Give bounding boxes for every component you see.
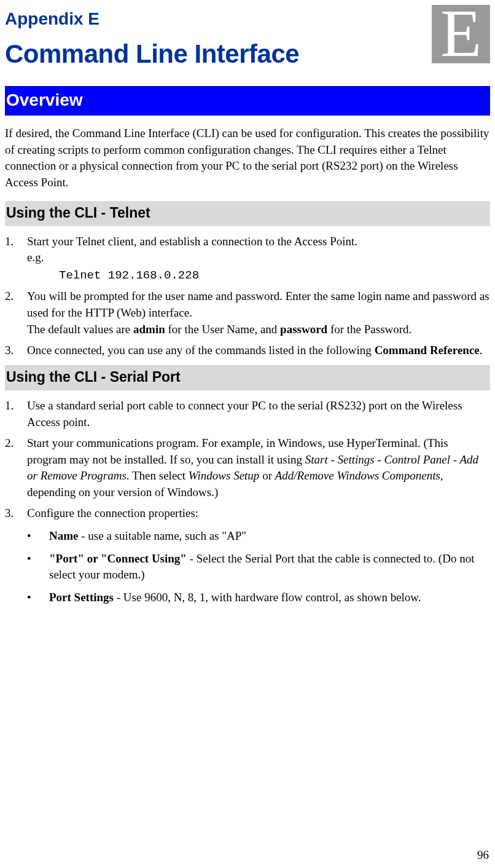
list-item: Once connected, you can use any of the c… [5,342,490,359]
telnet-step2-b-post: for the Password. [327,323,411,336]
serial-bullet-list: Name - use a suitable name, such as "AP"… [5,528,490,606]
list-item: Start your Telnet client, and establish … [5,234,490,284]
list-item: Use a standard serial port cable to conn… [5,398,490,430]
telnet-admin: admin [133,323,165,336]
telnet-step2-b-pre: The default values are [27,323,133,336]
list-item: You will be prompted for the user name a… [5,288,490,337]
telnet-step2-a: You will be prompted for the user name a… [27,290,489,319]
list-item: "Port" or "Connect Using" - Select the S… [5,551,490,583]
bullet-name-label: Name [49,529,78,542]
appendix-block: Appendix E Command Line Interface [5,7,419,71]
appendix-title: Command Line Interface [5,37,419,72]
list-item: Port Settings - Use 9600, N, 8, 1, with … [5,590,490,606]
serial-list: Use a standard serial port cable to conn… [5,398,490,522]
telnet-password: password [280,323,327,336]
bullet-portsettings-text: - Use 9600, N, 8, 1, with hardware flow … [114,591,421,604]
telnet-list: Start your Telnet client, and establish … [5,234,490,359]
bullet-name-text: - use a suitable name, such as "AP" [78,529,246,542]
overview-heading: Overview [5,86,490,116]
bullet-portsettings-label: Port Settings [49,591,114,604]
telnet-code: Telnet 192.168.0.228 [27,267,490,284]
bullet-port-label: "Port" or "Connect Using" [49,552,187,565]
telnet-cmdref: Command Reference [375,344,480,357]
list-item: Name - use a suitable name, such as "AP" [5,528,490,545]
telnet-step1-line1: Start your Telnet client, and establish … [27,235,357,248]
overview-paragraph: If desired, the Command Line Interface (… [5,125,490,191]
serial-heading: Using the CLI - Serial Port [5,365,490,390]
telnet-step3-pre: Once connected, you can use any of the c… [27,344,375,357]
appendix-label: Appendix E [5,7,419,31]
telnet-step1-eg: e.g. [27,251,44,264]
serial-step2-or: or [259,469,275,482]
corner-letter-box: E [432,5,490,63]
telnet-heading: Using the CLI - Telnet [5,201,490,226]
telnet-step2-b-mid: for the User Name, and [165,323,280,336]
list-item: Start your communications program. For e… [5,435,490,500]
serial-step2-it3: Add/Remove Windows Components [275,469,440,482]
page-header: Appendix E Command Line Interface E [5,7,490,71]
telnet-step3-post: . [480,344,483,357]
corner-letter: E [440,5,481,62]
list-item: Configure the connection properties: [5,505,490,522]
serial-step2-mid: . Then select [127,469,189,482]
serial-step2-it2: Windows Setup [189,469,260,482]
page-number: 96 [477,847,489,863]
